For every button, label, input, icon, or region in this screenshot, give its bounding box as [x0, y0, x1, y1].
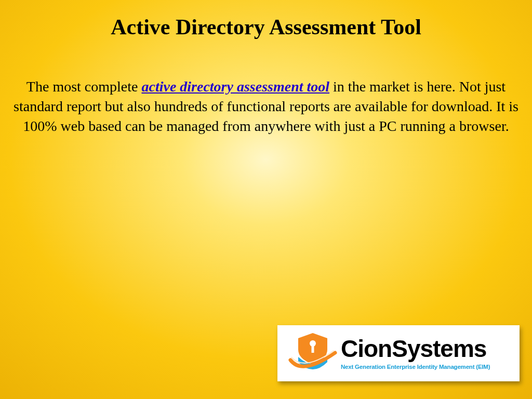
slide-title: Active Directory Assessment Tool: [0, 15, 532, 39]
logo-text-wrap: CionSystems Next Generation Enterprise I…: [339, 337, 513, 370]
company-logo-box: CionSystems Next Generation Enterprise I…: [277, 325, 520, 381]
slide-body: The most complete active directory asses…: [10, 77, 522, 136]
svg-rect-1: [312, 345, 314, 353]
logo-name: CionSystems: [341, 337, 513, 361]
body-text-pre: The most complete: [26, 78, 142, 95]
shield-lock-icon: [287, 330, 339, 377]
logo-tagline: Next Generation Enterprise Identity Mana…: [341, 364, 513, 370]
assessment-tool-link[interactable]: active directory assessment tool: [141, 78, 329, 95]
